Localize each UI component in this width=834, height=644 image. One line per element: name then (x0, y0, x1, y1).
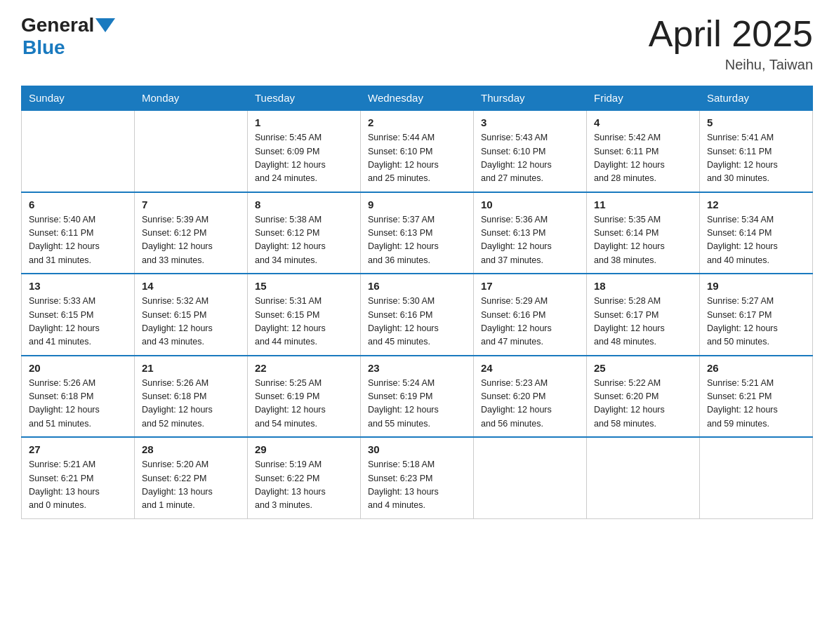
calendar-week-row: 1Sunrise: 5:45 AMSunset: 6:09 PMDaylight… (22, 110, 813, 192)
day-number: 18 (594, 280, 692, 292)
calendar-cell: 15Sunrise: 5:31 AMSunset: 6:15 PMDayligh… (248, 274, 361, 356)
day-number: 3 (481, 116, 579, 128)
day-number: 7 (142, 199, 240, 210)
day-number: 9 (368, 199, 466, 210)
calendar-table: SundayMondayTuesdayWednesdayThursdayFrid… (21, 86, 813, 519)
day-info: Sunrise: 5:37 AMSunset: 6:13 PMDaylight:… (368, 213, 466, 268)
calendar-week-row: 27Sunrise: 5:21 AMSunset: 6:21 PMDayligh… (22, 437, 813, 518)
calendar-cell: 16Sunrise: 5:30 AMSunset: 6:16 PMDayligh… (361, 274, 474, 356)
day-info: Sunrise: 5:41 AMSunset: 6:11 PMDaylight:… (707, 131, 805, 186)
day-info: Sunrise: 5:25 AMSunset: 6:19 PMDaylight:… (255, 377, 353, 431)
day-number: 21 (142, 362, 240, 374)
day-number: 14 (142, 280, 240, 292)
calendar-cell: 17Sunrise: 5:29 AMSunset: 6:16 PMDayligh… (474, 274, 587, 356)
calendar-cell: 3Sunrise: 5:43 AMSunset: 6:10 PMDaylight… (474, 110, 587, 192)
day-info: Sunrise: 5:45 AMSunset: 6:09 PMDaylight:… (255, 131, 353, 186)
calendar-cell: 23Sunrise: 5:24 AMSunset: 6:19 PMDayligh… (361, 356, 474, 438)
day-info: Sunrise: 5:21 AMSunset: 6:21 PMDaylight:… (29, 458, 127, 513)
day-info: Sunrise: 5:21 AMSunset: 6:21 PMDaylight:… (707, 377, 805, 431)
day-info: Sunrise: 5:38 AMSunset: 6:12 PMDaylight:… (255, 213, 353, 268)
calendar-cell: 12Sunrise: 5:34 AMSunset: 6:14 PMDayligh… (700, 192, 813, 274)
calendar-cell: 25Sunrise: 5:22 AMSunset: 6:20 PMDayligh… (587, 356, 700, 438)
calendar-cell: 26Sunrise: 5:21 AMSunset: 6:21 PMDayligh… (700, 356, 813, 438)
day-number: 16 (368, 280, 466, 292)
day-info: Sunrise: 5:27 AMSunset: 6:17 PMDaylight:… (707, 295, 805, 349)
calendar-cell: 19Sunrise: 5:27 AMSunset: 6:17 PMDayligh… (700, 274, 813, 356)
calendar-week-row: 6Sunrise: 5:40 AMSunset: 6:11 PMDaylight… (22, 192, 813, 274)
column-header-friday: Friday (587, 86, 700, 111)
day-info: Sunrise: 5:26 AMSunset: 6:18 PMDaylight:… (142, 377, 240, 431)
column-header-tuesday: Tuesday (248, 86, 361, 111)
day-info: Sunrise: 5:22 AMSunset: 6:20 PMDaylight:… (594, 377, 692, 431)
day-info: Sunrise: 5:24 AMSunset: 6:19 PMDaylight:… (368, 377, 466, 431)
column-header-thursday: Thursday (474, 86, 587, 111)
day-info: Sunrise: 5:19 AMSunset: 6:22 PMDaylight:… (255, 458, 353, 513)
day-info: Sunrise: 5:40 AMSunset: 6:11 PMDaylight:… (29, 213, 127, 268)
day-number: 15 (255, 280, 353, 292)
calendar-cell (587, 437, 700, 518)
calendar-cell: 6Sunrise: 5:40 AMSunset: 6:11 PMDaylight… (22, 192, 135, 274)
calendar-cell: 11Sunrise: 5:35 AMSunset: 6:14 PMDayligh… (587, 192, 700, 274)
day-info: Sunrise: 5:28 AMSunset: 6:17 PMDaylight:… (594, 295, 692, 349)
calendar-header-row: SundayMondayTuesdayWednesdayThursdayFrid… (22, 86, 813, 111)
day-number: 30 (368, 443, 466, 455)
day-number: 19 (707, 280, 805, 292)
day-info: Sunrise: 5:43 AMSunset: 6:10 PMDaylight:… (481, 131, 579, 186)
day-number: 10 (481, 199, 579, 210)
calendar-cell: 24Sunrise: 5:23 AMSunset: 6:20 PMDayligh… (474, 356, 587, 438)
day-number: 27 (29, 443, 127, 455)
calendar-cell (135, 110, 248, 192)
day-info: Sunrise: 5:31 AMSunset: 6:15 PMDaylight:… (255, 295, 353, 349)
day-info: Sunrise: 5:32 AMSunset: 6:15 PMDaylight:… (142, 295, 240, 349)
day-number: 29 (255, 443, 353, 455)
day-number: 6 (29, 199, 127, 210)
title-area: April 2025 Neihu, Taiwan (649, 14, 813, 73)
calendar-cell: 21Sunrise: 5:26 AMSunset: 6:18 PMDayligh… (135, 356, 248, 438)
day-number: 2 (368, 116, 466, 128)
month-title: April 2025 (649, 14, 813, 54)
logo-general-text: General (21, 14, 94, 36)
day-info: Sunrise: 5:44 AMSunset: 6:10 PMDaylight:… (368, 131, 466, 186)
day-number: 12 (707, 199, 805, 210)
calendar-cell: 8Sunrise: 5:38 AMSunset: 6:12 PMDaylight… (248, 192, 361, 274)
day-number: 20 (29, 362, 127, 374)
calendar-cell: 7Sunrise: 5:39 AMSunset: 6:12 PMDaylight… (135, 192, 248, 274)
calendar-cell: 20Sunrise: 5:26 AMSunset: 6:18 PMDayligh… (22, 356, 135, 438)
calendar-cell: 9Sunrise: 5:37 AMSunset: 6:13 PMDaylight… (361, 192, 474, 274)
day-info: Sunrise: 5:30 AMSunset: 6:16 PMDaylight:… (368, 295, 466, 349)
page-header: General Blue April 2025 Neihu, Taiwan (21, 14, 813, 73)
day-number: 17 (481, 280, 579, 292)
day-info: Sunrise: 5:20 AMSunset: 6:22 PMDaylight:… (142, 458, 240, 513)
day-info: Sunrise: 5:18 AMSunset: 6:23 PMDaylight:… (368, 458, 466, 513)
calendar-cell: 29Sunrise: 5:19 AMSunset: 6:22 PMDayligh… (248, 437, 361, 518)
calendar-cell (22, 110, 135, 192)
column-header-saturday: Saturday (700, 86, 813, 111)
day-number: 1 (255, 116, 353, 128)
day-number: 28 (142, 443, 240, 455)
day-info: Sunrise: 5:34 AMSunset: 6:14 PMDaylight:… (707, 213, 805, 268)
day-number: 8 (255, 199, 353, 210)
day-number: 25 (594, 362, 692, 374)
calendar-cell: 4Sunrise: 5:42 AMSunset: 6:11 PMDaylight… (587, 110, 700, 192)
logo: General Blue (21, 14, 115, 59)
calendar-cell: 22Sunrise: 5:25 AMSunset: 6:19 PMDayligh… (248, 356, 361, 438)
day-number: 4 (594, 116, 692, 128)
calendar-cell: 10Sunrise: 5:36 AMSunset: 6:13 PMDayligh… (474, 192, 587, 274)
day-info: Sunrise: 5:35 AMSunset: 6:14 PMDaylight:… (594, 213, 692, 268)
calendar-cell: 2Sunrise: 5:44 AMSunset: 6:10 PMDaylight… (361, 110, 474, 192)
column-header-monday: Monday (135, 86, 248, 111)
calendar-week-row: 20Sunrise: 5:26 AMSunset: 6:18 PMDayligh… (22, 356, 813, 438)
day-info: Sunrise: 5:39 AMSunset: 6:12 PMDaylight:… (142, 213, 240, 268)
day-info: Sunrise: 5:29 AMSunset: 6:16 PMDaylight:… (481, 295, 579, 349)
calendar-cell: 27Sunrise: 5:21 AMSunset: 6:21 PMDayligh… (22, 437, 135, 518)
day-info: Sunrise: 5:26 AMSunset: 6:18 PMDaylight:… (29, 377, 127, 431)
calendar-cell (700, 437, 813, 518)
location-title: Neihu, Taiwan (649, 57, 813, 73)
calendar-cell: 14Sunrise: 5:32 AMSunset: 6:15 PMDayligh… (135, 274, 248, 356)
day-info: Sunrise: 5:36 AMSunset: 6:13 PMDaylight:… (481, 213, 579, 268)
column-header-sunday: Sunday (22, 86, 135, 111)
day-info: Sunrise: 5:42 AMSunset: 6:11 PMDaylight:… (594, 131, 692, 186)
calendar-week-row: 13Sunrise: 5:33 AMSunset: 6:15 PMDayligh… (22, 274, 813, 356)
calendar-cell: 18Sunrise: 5:28 AMSunset: 6:17 PMDayligh… (587, 274, 700, 356)
column-header-wednesday: Wednesday (361, 86, 474, 111)
